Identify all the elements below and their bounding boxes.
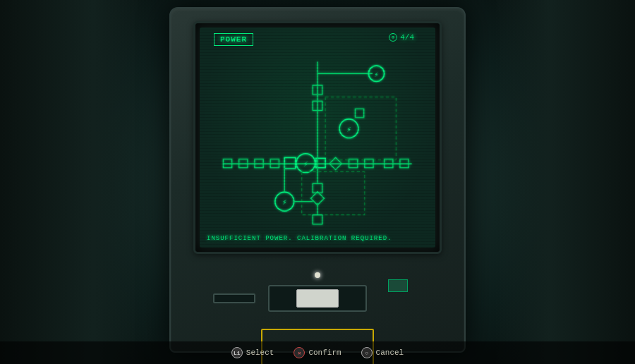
- bg-right-shadow: [494, 0, 635, 364]
- bg-left-shadow: [0, 0, 155, 364]
- svg-text:⚡: ⚡: [346, 126, 351, 134]
- confirm-label: Confirm: [308, 348, 341, 357]
- power-label: POWER: [214, 33, 253, 46]
- svg-text:⚡: ⚡: [374, 71, 378, 79]
- controls-bar: L1 Select ✕ Confirm ○ Cancel: [0, 341, 635, 364]
- svg-text:⚡: ⚡: [282, 198, 287, 207]
- card-slot[interactable]: [268, 285, 367, 312]
- card-item: [296, 289, 339, 308]
- svg-rect-32: [313, 215, 322, 224]
- counter: ⊕ 4/4: [389, 33, 414, 42]
- svg-rect-29: [302, 171, 365, 214]
- circuit-diagram: ⚡ ⚡: [200, 49, 435, 248]
- screen: POWER ⊕ 4/4: [200, 28, 435, 248]
- svg-text:⚡: ⚡: [303, 160, 308, 169]
- cancel-button-icon: ○: [361, 347, 373, 358]
- bottom-panel: [192, 272, 443, 343]
- indicator-dot: [315, 272, 320, 278]
- counter-icon: ⊕: [389, 33, 397, 42]
- confirm-control: ✕ Confirm: [294, 347, 341, 358]
- select-button-icon: L1: [231, 347, 243, 358]
- confirm-button-icon: ✕: [294, 347, 305, 358]
- cancel-label: Cancel: [376, 348, 404, 357]
- svg-rect-11: [355, 109, 363, 117]
- screen-bezel: POWER ⊕ 4/4: [193, 21, 442, 254]
- status-message: INSUFFICIENT POWER. CALIBRATION REQUIRED…: [207, 235, 428, 242]
- select-label: Select: [246, 348, 274, 357]
- green-indicator: [388, 279, 408, 292]
- svg-rect-17: [284, 157, 296, 169]
- terminal-body: POWER ⊕ 4/4: [169, 7, 466, 353]
- counter-value: 4/4: [400, 33, 414, 42]
- select-control: L1 Select: [231, 347, 274, 358]
- svg-rect-30: [311, 192, 325, 205]
- svg-rect-8: [325, 97, 396, 160]
- cancel-control: ○ Cancel: [361, 347, 404, 358]
- bar-slot-left: [213, 293, 255, 303]
